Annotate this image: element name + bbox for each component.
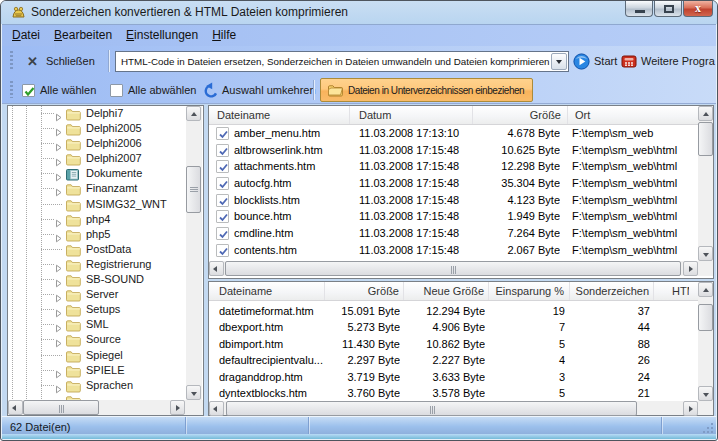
deselect-all-checkbox-box[interactable] <box>110 84 123 97</box>
file-checkbox[interactable] <box>216 227 229 240</box>
deselect-all-checkbox[interactable]: Alle abwählen <box>110 82 197 98</box>
result-list-vscroll-thumb[interactable] <box>698 304 713 331</box>
file-checkbox[interactable] <box>216 244 229 257</box>
tree-item-php5[interactable]: php5 <box>8 227 186 242</box>
tree-vertical-scrollbar[interactable] <box>186 106 202 400</box>
title-bar[interactable]: Sonderzeichen konvertieren & HTML Dateie… <box>1 1 717 24</box>
file-list-scroll-up-button[interactable] <box>698 106 713 121</box>
file-row[interactable]: contents.htm11.03.2008 17:15:482.067 Byt… <box>209 242 698 259</box>
result-row[interactable]: dbexport.htm5.273 Byte4.906 Byte744 <box>209 319 698 335</box>
tree-item-spiegel[interactable]: Spiegel <box>8 348 186 363</box>
start-button[interactable]: Start <box>573 51 617 71</box>
resize-grip[interactable] <box>702 422 714 434</box>
menu-datei[interactable]: Datei <box>5 25 47 46</box>
combobox-dropdown-button[interactable] <box>551 53 567 70</box>
include-subdirectories-button[interactable]: Dateien in Unterverzeichnissen einbezieh… <box>320 78 533 102</box>
tree-item-delphi2007[interactable]: Delphi2007 <box>8 151 186 166</box>
tree-scroll-left-button[interactable] <box>8 400 23 415</box>
file-list-scroll-right-button[interactable] <box>683 261 698 276</box>
task-combobox[interactable]: HTML-Code in Dateien ersetzen, Sonderzei… <box>115 51 569 72</box>
tree-scroll-up-button[interactable] <box>186 106 201 121</box>
file-list-column-header[interactable]: Größe <box>473 106 568 124</box>
select-all-checkbox-box[interactable] <box>22 84 35 97</box>
tree-item-delphi2005[interactable]: Delphi2005 <box>8 121 186 136</box>
file-row[interactable]: autocfg.htm11.03.2008 17:15:4835.304 Byt… <box>209 175 698 192</box>
tree-item-sml[interactable]: SML <box>8 317 186 332</box>
result-list-hscroll-thumb[interactable] <box>226 401 637 416</box>
tree-item-msimg32-wnt[interactable]: MSIMG32_WNT <box>8 197 186 212</box>
select-all-checkbox[interactable]: Alle wählen <box>22 82 96 98</box>
file-list-column-header[interactable]: Datum <box>350 106 473 124</box>
menu-bearbeiten[interactable]: Bearbeiten <box>47 25 119 46</box>
result-list-column-header[interactable]: Neue Größe <box>404 282 489 300</box>
tree-item-postdata[interactable]: PostData <box>8 242 186 257</box>
tree-item-sprachen[interactable]: Sprachen <box>8 378 186 393</box>
tree-hscroll-thumb[interactable] <box>23 400 99 415</box>
file-list-vertical-scrollbar[interactable] <box>698 106 713 261</box>
invert-selection-button[interactable]: Auswahl umkehren <box>201 81 316 98</box>
result-list-vertical-scrollbar[interactable] <box>698 282 713 401</box>
file-checkbox[interactable] <box>216 160 229 173</box>
tree-item-server[interactable]: Server <box>8 287 186 302</box>
result-special-chars: 21 <box>579 385 650 401</box>
tree-item-sb-sound[interactable]: SB-SOUND <box>8 272 186 287</box>
tree-vscroll-thumb[interactable] <box>186 166 201 213</box>
result-row[interactable]: defaultrecipientvalu...2.297 Byte2.227 B… <box>209 352 698 368</box>
file-list-column-header[interactable]: Dateiname <box>209 106 350 124</box>
result-list-column-header[interactable]: Sonderzeichen <box>570 282 654 300</box>
result-list-scroll-up-button[interactable] <box>698 282 713 297</box>
file-row[interactable]: altbrowserlink.htm11.03.2008 17:15:4810.… <box>209 142 698 159</box>
tree-item-label: MSIMG32_WNT <box>86 198 167 210</box>
maximize-button[interactable] <box>654 1 682 17</box>
file-checkbox[interactable] <box>216 144 229 157</box>
tree-item-setups[interactable]: Setups <box>8 302 186 317</box>
menu-einstellungen[interactable]: Einstellungen <box>119 25 205 46</box>
file-list-column-header[interactable]: Ort <box>568 106 713 124</box>
file-checkbox[interactable] <box>216 194 229 207</box>
file-list-scroll-left-button[interactable] <box>209 261 224 276</box>
close-task-button[interactable]: ✕Schließen <box>27 51 95 71</box>
tree-item-php4[interactable]: php4 <box>8 212 186 227</box>
tree-scroll-right-button[interactable] <box>170 400 185 415</box>
tree-item-dokumente[interactable]: Dokumente <box>8 166 186 181</box>
result-list-column-header[interactable]: Dateiname <box>209 282 325 300</box>
result-list-scroll-left-button[interactable] <box>209 401 224 416</box>
result-list-column-header[interactable]: Einsparung % <box>489 282 570 300</box>
result-list-column-header[interactable]: HTM <box>654 282 689 300</box>
file-row[interactable]: cmdline.htm11.03.2008 17:15:487.264 Byte… <box>209 225 698 242</box>
more-programs-button[interactable]: Weitere Progra <box>621 51 715 71</box>
result-row[interactable]: datetimeformat.htm15.091 Byte12.294 Byte… <box>209 303 698 319</box>
file-row[interactable]: attachments.htm11.03.2008 17:15:4812.298… <box>209 158 698 175</box>
result-list-scroll-right-button[interactable] <box>683 401 698 416</box>
tree-item[interactable] <box>8 393 186 400</box>
tree-item-finanzamt[interactable]: Finanzamt <box>8 181 186 196</box>
result-row[interactable]: dyntextblocks.htm3.760 Byte3.578 Byte521 <box>209 385 698 401</box>
file-list-vscroll-thumb[interactable] <box>698 122 713 156</box>
result-row[interactable]: draganddrop.htm3.719 Byte3.633 Byte324 <box>209 369 698 385</box>
menu-hilfe[interactable]: Hilfe <box>205 25 243 46</box>
file-row[interactable]: bounce.htm11.03.2008 17:15:481.949 ByteF… <box>209 208 698 225</box>
file-row[interactable]: blocklists.htm11.03.2008 17:15:484.123 B… <box>209 192 698 209</box>
tree-horizontal-scrollbar[interactable] <box>8 400 185 415</box>
result-list-column-header[interactable]: Größe <box>325 282 404 300</box>
close-window-button[interactable]: x <box>683 1 713 17</box>
toolbar-grip[interactable] <box>10 51 13 71</box>
toolbar-grip2[interactable] <box>10 81 13 98</box>
tree-item-delphi2006[interactable]: Delphi2006 <box>8 136 186 151</box>
file-checkbox[interactable] <box>216 127 229 140</box>
tree-item-delphi7[interactable]: Delphi7 <box>8 106 186 121</box>
tree-scroll-down-button[interactable] <box>186 385 201 400</box>
file-list-scroll-down-button[interactable] <box>698 246 713 261</box>
tree-item-spiele[interactable]: SPIELE <box>8 363 186 378</box>
tree-item-source[interactable]: Source <box>8 332 186 347</box>
file-checkbox[interactable] <box>216 177 229 190</box>
result-list-horizontal-scrollbar[interactable] <box>209 401 698 415</box>
file-checkbox[interactable] <box>216 210 229 223</box>
result-row[interactable]: dbimport.htm11.430 Byte10.862 Byte588 <box>209 336 698 352</box>
file-row[interactable]: amber_menu.htm11.03.2008 17:13:104.678 B… <box>209 125 698 142</box>
minimize-button[interactable] <box>625 1 653 17</box>
result-list-scroll-down-button[interactable] <box>698 386 713 401</box>
tree-item-registrierung[interactable]: Registrierung <box>8 257 186 272</box>
file-list-hscroll-thumb[interactable] <box>225 261 681 276</box>
file-list-horizontal-scrollbar[interactable] <box>209 261 698 276</box>
